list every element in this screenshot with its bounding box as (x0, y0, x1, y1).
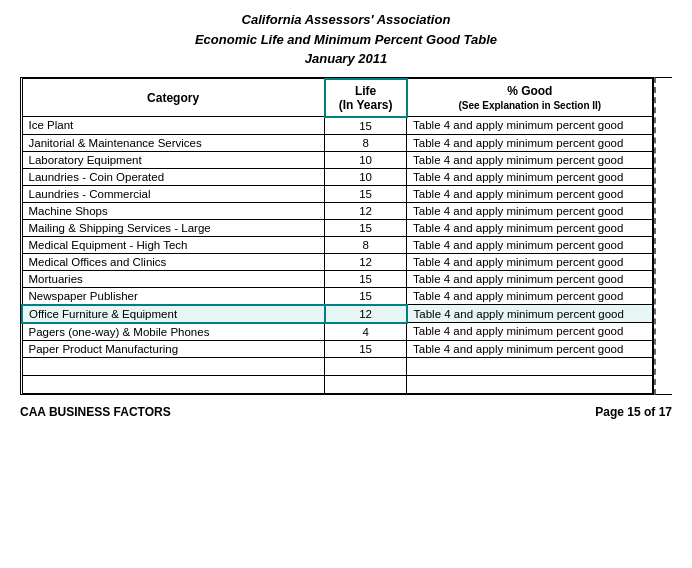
table-row-category: Paper Product Manufacturing (22, 340, 325, 357)
column-header-category: Category (22, 79, 325, 117)
table-row-life: 10 (325, 151, 407, 168)
table-row-category: Janitorial & Maintenance Services (22, 134, 325, 151)
page-header: California Assessors' Association Econom… (20, 10, 672, 69)
page-footer: CAA BUSINESS FACTORS Page 15 of 17 (20, 405, 672, 419)
table-row-life: 15 (325, 340, 407, 357)
table-row-life: 15 (325, 219, 407, 236)
table-row-good: Table 4 and apply minimum percent good (407, 270, 653, 287)
table-row: Office Furniture & Equipment12Table 4 an… (22, 305, 653, 323)
table-row-good: Table 4 and apply minimum percent good (407, 340, 653, 357)
header-line3: January 2011 (20, 49, 672, 69)
table-row-life: 15 (325, 270, 407, 287)
dashed-right-border (654, 77, 672, 395)
table-row: Laundries - Commercial15Table 4 and appl… (22, 185, 653, 202)
table-empty-row (22, 357, 653, 375)
table-row-life: 10 (325, 168, 407, 185)
table-row-good: Table 4 and apply minimum percent good (407, 287, 653, 305)
table-row: Paper Product Manufacturing15Table 4 and… (22, 340, 653, 357)
header-line2: Economic Life and Minimum Percent Good T… (20, 30, 672, 50)
table-row-good: Table 4 and apply minimum percent good (407, 151, 653, 168)
table-row-life: 15 (325, 185, 407, 202)
page-container: California Assessors' Association Econom… (0, 0, 692, 568)
table-row-life: 12 (325, 305, 407, 323)
table-row: Mortuaries15Table 4 and apply minimum pe… (22, 270, 653, 287)
table-row-category: Mailing & Shipping Services - Large (22, 219, 325, 236)
table-row-category: Laundries - Commercial (22, 185, 325, 202)
table-row-category: Office Furniture & Equipment (22, 305, 325, 323)
table-row: Laboratory Equipment10Table 4 and apply … (22, 151, 653, 168)
table-row-good: Table 4 and apply minimum percent good (407, 253, 653, 270)
table-row: Laundries - Coin Operated10Table 4 and a… (22, 168, 653, 185)
table-row-category: Newspaper Publisher (22, 287, 325, 305)
table-row-life: 12 (325, 202, 407, 219)
table-row-category: Ice Plant (22, 117, 325, 135)
table-row: Ice Plant15Table 4 and apply minimum per… (22, 117, 653, 135)
table-row-good: Table 4 and apply minimum percent good (407, 185, 653, 202)
table-row: Machine Shops12Table 4 and apply minimum… (22, 202, 653, 219)
footer-left: CAA BUSINESS FACTORS (20, 405, 171, 419)
table-row-category: Laboratory Equipment (22, 151, 325, 168)
table-row: Medical Equipment - High Tech8Table 4 an… (22, 236, 653, 253)
table-row-life: 8 (325, 134, 407, 151)
table-row: Newspaper Publisher15Table 4 and apply m… (22, 287, 653, 305)
table-row-good: Table 4 and apply minimum percent good (407, 134, 653, 151)
table-row: Pagers (one-way) & Mobile Phones4Table 4… (22, 323, 653, 341)
table-row-category: Laundries - Coin Operated (22, 168, 325, 185)
column-header-life: Life (In Years) (325, 79, 407, 117)
table-row: Mailing & Shipping Services - Large15Tab… (22, 219, 653, 236)
table-row-good: Table 4 and apply minimum percent good (407, 202, 653, 219)
table-row-category: Mortuaries (22, 270, 325, 287)
table-row-life: 15 (325, 117, 407, 135)
table-row-good: Table 4 and apply minimum percent good (407, 236, 653, 253)
table-row: Medical Offices and Clinics12Table 4 and… (22, 253, 653, 270)
table-row-life: 12 (325, 253, 407, 270)
table-row-category: Pagers (one-way) & Mobile Phones (22, 323, 325, 341)
table-row-good: Table 4 and apply minimum percent good (407, 219, 653, 236)
table-row-life: 4 (325, 323, 407, 341)
table-row-good: Table 4 and apply minimum percent good (407, 323, 653, 341)
header-line1: California Assessors' Association (20, 10, 672, 30)
column-header-good: % Good (See Explanation in Section II) (407, 79, 653, 117)
footer-right: Page 15 of 17 (595, 405, 672, 419)
table-row-category: Medical Equipment - High Tech (22, 236, 325, 253)
table-row-life: 15 (325, 287, 407, 305)
table-row-good: Table 4 and apply minimum percent good (407, 117, 653, 135)
table-row-good: Table 4 and apply minimum percent good (407, 305, 653, 323)
table-row-category: Machine Shops (22, 202, 325, 219)
table-row-category: Medical Offices and Clinics (22, 253, 325, 270)
table-row: Janitorial & Maintenance Services8Table … (22, 134, 653, 151)
table-empty-row (22, 375, 653, 393)
table-row-life: 8 (325, 236, 407, 253)
table-row-good: Table 4 and apply minimum percent good (407, 168, 653, 185)
